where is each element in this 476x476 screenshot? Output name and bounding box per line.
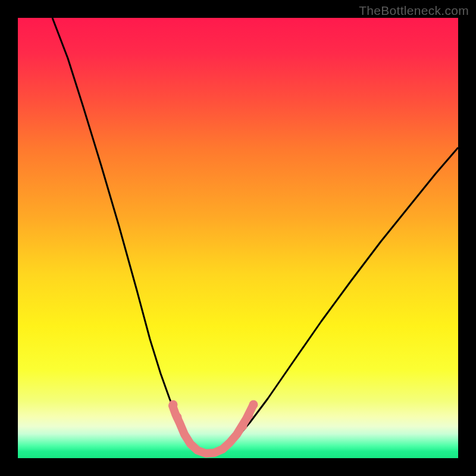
curve-layer bbox=[18, 18, 458, 458]
marker-dot bbox=[239, 422, 248, 431]
marker-dot bbox=[245, 411, 253, 420]
marker-dot bbox=[173, 413, 182, 422]
watermark-text: TheBottleneck.com bbox=[359, 4, 469, 18]
marker-dot bbox=[249, 400, 258, 409]
bottleneck-right-branch bbox=[207, 148, 458, 453]
bottleneck-left-branch bbox=[52, 18, 207, 453]
chart-frame bbox=[18, 18, 458, 458]
marker-dot bbox=[169, 400, 178, 409]
